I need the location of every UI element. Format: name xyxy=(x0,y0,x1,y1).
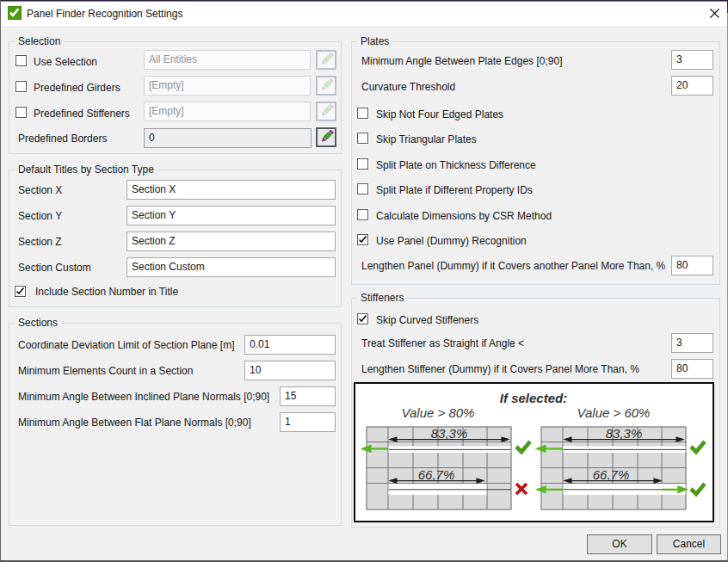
svg-text:66,7%: 66,7% xyxy=(418,467,455,482)
svg-text:Value > 80%: Value > 80% xyxy=(402,405,475,420)
svg-text:66,7%: 66,7% xyxy=(593,467,630,482)
svg-text:83,3%: 83,3% xyxy=(606,426,643,441)
svg-text:83,3%: 83,3% xyxy=(431,426,468,441)
svg-text:Value > 60%: Value > 60% xyxy=(577,405,651,420)
svg-text:If selected:: If selected: xyxy=(500,391,567,405)
